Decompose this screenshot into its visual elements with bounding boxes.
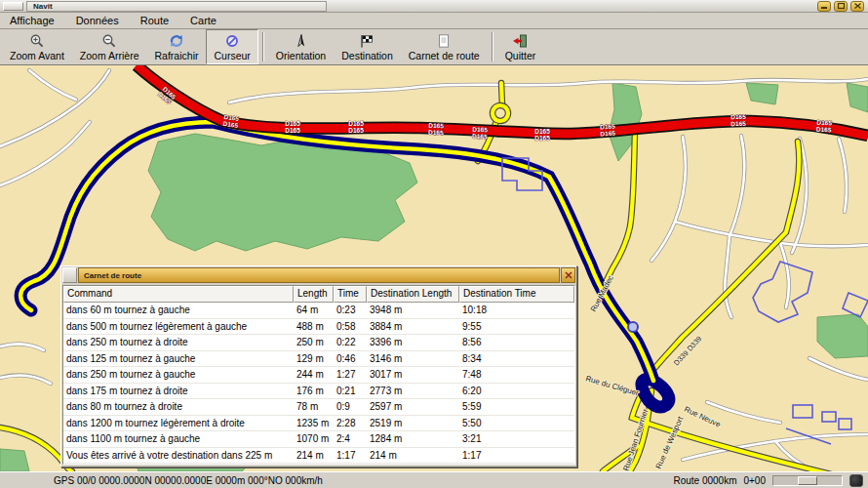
toolbar-label: Destination [341, 50, 393, 61]
cell-time: 2:28 [334, 418, 367, 428]
cell-dest-time: 8:56 [459, 337, 574, 347]
cell-command: dans 1100 m tournez à gauche [63, 433, 294, 444]
table-row[interactable]: dans 1200 m tournez légèrement à droite … [63, 416, 574, 432]
table-header-row: Command Length Time Destination Length D… [63, 286, 574, 303]
cell-length: 64 m [294, 305, 334, 315]
menu-affichage[interactable]: Affichage [10, 15, 55, 26]
toolbar-button-zoom-arriere[interactable]: Zoom Arrière [72, 29, 147, 64]
toolbar-label: Zoom Arrière [80, 50, 139, 61]
column-header-dest-time[interactable]: Destination Time [459, 286, 574, 303]
table-row[interactable]: dans 250 m tournez à gauche 244 m 1:27 3… [63, 367, 574, 384]
cell-time: 0:22 [334, 337, 367, 347]
cell-dest-time: 8:34 [459, 353, 574, 364]
route-log-dialog: Carnet de route Command Length Time Dest… [60, 265, 577, 468]
cell-command: dans 80 m tournez à droite [63, 401, 294, 412]
table-row[interactable]: dans 175 m tournez à droite 176 m 0:21 2… [63, 384, 574, 400]
table-row[interactable]: dans 1100 m tournez à gauche 1070 m 2:4 … [63, 431, 574, 448]
window-title-plate[interactable]: Navit [26, 1, 327, 12]
toolbar-button-zoom-avant[interactable]: Zoom Avant [2, 29, 72, 64]
table-row[interactable]: Vous êtes arrivé à votre destination dan… [63, 448, 574, 465]
route-offset-text: 0+00 [743, 475, 766, 486]
dialog-titlebar: Carnet de route [61, 266, 576, 284]
toolbar-label: Curseur [214, 50, 250, 61]
route-distance-text: Route 0000km [673, 475, 736, 486]
cell-dest-time: 5:59 [459, 401, 574, 412]
cell-time: 0:58 [334, 321, 367, 332]
cell-dest-time: 10:18 [459, 305, 574, 315]
map-view[interactable]: D165D165 D165D165 D165D165 D165D165 D165… [0, 65, 868, 471]
cell-dest-time: 5:50 [459, 418, 574, 428]
navit-window: Navit Affichage Données Route Carte Zoom… [0, 0, 868, 488]
cell-dest-length: 1284 m [367, 433, 459, 444]
cell-dest-length: 3884 m [367, 321, 459, 332]
road-label-d165: D165 [285, 120, 300, 127]
cell-dest-length: 3017 m [367, 369, 459, 380]
toolbar-button-destination[interactable]: Destination [334, 29, 401, 64]
column-header-command[interactable]: Command [63, 286, 294, 303]
cell-dest-length: 3948 m [367, 305, 459, 315]
road-label-d165: D165 [816, 125, 832, 133]
dialog-menu-button[interactable] [62, 267, 77, 283]
cell-command: dans 1200 m tournez légèrement à droite [63, 418, 294, 428]
table-row[interactable]: dans 125 m tournez à gauche 129 m 0:46 3… [63, 351, 574, 368]
maximize-button[interactable] [834, 1, 848, 12]
dialog-title: Carnet de route [84, 271, 141, 280]
cell-dest-length: 214 m [367, 450, 459, 461]
toolbar-button-quitter[interactable]: Quitter [497, 29, 544, 64]
status-grip-icon[interactable] [849, 474, 863, 487]
toolbar-button-orientation[interactable]: Orientation [268, 29, 334, 64]
cursor-icon [224, 33, 240, 49]
toolbar-label: Carnet de route [409, 50, 480, 61]
cell-length: 78 m [294, 401, 334, 412]
column-header-length[interactable]: Length [294, 286, 334, 303]
cell-dest-length: 2773 m [367, 386, 459, 396]
cell-dest-length: 2519 m [367, 418, 459, 428]
column-header-dest-length[interactable]: Destination Length [367, 286, 459, 303]
cell-time: 1:27 [334, 369, 367, 380]
cell-command: dans 250 m tournez à gauche [63, 369, 294, 380]
maximize-icon [837, 2, 846, 10]
cell-time: 0:46 [334, 353, 367, 364]
table-row[interactable]: dans 80 m tournez à droite 78 m 0:9 2597… [63, 399, 574, 416]
cell-length: 250 m [294, 337, 334, 347]
toolbar-button-rafraichir[interactable]: Rafraichir [147, 29, 207, 64]
cell-dest-time: 6:20 [459, 386, 574, 396]
dialog-close-icon [565, 271, 572, 279]
road-label-d165: D165 [534, 135, 550, 142]
zoom-in-icon [29, 33, 45, 49]
status-scrollbar-thumb[interactable] [798, 476, 817, 485]
close-button[interactable] [850, 1, 864, 12]
window-menu-button[interactable] [3, 2, 23, 11]
cell-time: 1:17 [334, 450, 367, 461]
menu-route[interactable]: Route [140, 15, 169, 26]
cell-command: dans 500 m tournez légèrement à gauche [63, 321, 294, 332]
dialog-title-bar[interactable]: Carnet de route [78, 267, 560, 283]
cell-command: dans 175 m tournez à droite [63, 386, 294, 396]
toolbar-label: Quitter [505, 50, 536, 61]
menu-carte[interactable]: Carte [190, 15, 217, 26]
toolbar-button-carnet-de-route[interactable]: Carnet de route [401, 29, 488, 64]
toolbar-button-curseur[interactable]: Curseur [206, 29, 257, 64]
statusbar-right: Route 0000km 0+00 [673, 474, 868, 487]
minimize-button[interactable] [817, 1, 831, 12]
menu-donnees[interactable]: Données [76, 15, 119, 26]
cell-length: 1235 m [294, 418, 334, 428]
gps-status-text: GPS 00/0 0000.0000N 00000.0000E 0000m 00… [54, 475, 323, 486]
toolbar: Zoom Avant Zoom Arrière Rafraichir Curse… [0, 29, 868, 65]
cell-time: 0:9 [334, 401, 367, 412]
menubar: Affichage Données Route Carte [0, 13, 868, 29]
column-header-time[interactable]: Time [334, 286, 367, 303]
route-log-page-icon [436, 33, 452, 49]
cell-length: 244 m [294, 369, 334, 380]
status-scrollbar[interactable] [772, 475, 843, 486]
dialog-close-button[interactable] [561, 267, 575, 283]
window-controls [817, 1, 868, 12]
table-row[interactable]: dans 250 m tournez à droite 250 m 0:22 3… [63, 335, 574, 351]
table-row[interactable]: dans 60 m tournez à gauche 64 m 0:23 394… [63, 303, 574, 319]
destination-marker [628, 322, 638, 332]
compass-icon [294, 33, 309, 49]
cell-time: 2:4 [334, 433, 367, 444]
cell-dest-length: 2597 m [367, 401, 459, 412]
table-row[interactable]: dans 500 m tournez légèrement à gauche 4… [63, 319, 574, 336]
cell-length: 129 m [294, 353, 334, 364]
